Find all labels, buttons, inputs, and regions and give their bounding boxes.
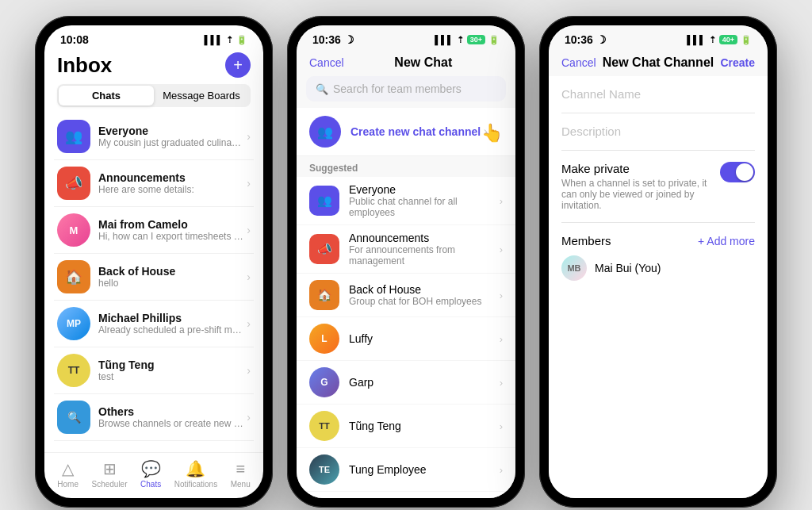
chat-name-announcements: Announcements bbox=[98, 171, 243, 184]
contact-luffy[interactable]: L Luffy › bbox=[297, 317, 515, 361]
battery-badge-3: 40+ bbox=[719, 35, 737, 44]
add-chat-button[interactable]: + bbox=[225, 52, 251, 78]
chat-item-mai-camelo[interactable]: M Mai from Camelo Hi, how can I export t… bbox=[54, 207, 254, 254]
nav-home[interactable]: △ Home bbox=[57, 459, 79, 489]
chat-name-others: Others bbox=[98, 405, 243, 418]
bottom-nav-1: △ Home ⊞ Scheduler 💬 Chats 🔔 Notificatio… bbox=[44, 452, 263, 498]
chat-name-tung-teng: Tũng Teng bbox=[98, 359, 243, 371]
chat-avatar-announcements: 📣 bbox=[57, 167, 90, 200]
chevron-icon-announcements: › bbox=[247, 177, 251, 190]
chat-avatar-mai-camelo: M bbox=[57, 213, 90, 247]
new-chat-title: New Chat bbox=[394, 56, 452, 70]
members-header: Members + Add more bbox=[561, 234, 755, 247]
chat-item-back-of-house[interactable]: 🏠 Back of House hello › bbox=[54, 254, 254, 301]
channel-name-input[interactable] bbox=[561, 87, 755, 101]
contact-info-announcements: Announcements For announcements from man… bbox=[349, 232, 500, 267]
create-button[interactable]: Create bbox=[720, 56, 755, 69]
create-channel-row[interactable]: 👥 Create new chat channel › 👆 bbox=[297, 108, 515, 156]
contact-tung-teng[interactable]: TT Tũng Teng › bbox=[297, 405, 515, 448]
chat-info-michael: Michael Phillips Already scheduled a pre… bbox=[98, 312, 243, 336]
contact-info-tung-teng: Tũng Teng bbox=[349, 420, 500, 432]
chat-preview-everyone: My cousin just graduated culinary schoo.… bbox=[98, 137, 243, 148]
chevron-icon-tung-teng: › bbox=[247, 364, 251, 377]
chat-preview-tung-teng: test bbox=[98, 371, 243, 382]
search-bar[interactable]: 🔍 Search for team members bbox=[306, 76, 506, 102]
nav-home-label: Home bbox=[57, 480, 79, 489]
contact-info-tung-emp: Tung Employee bbox=[349, 463, 500, 476]
chats-icon: 💬 bbox=[141, 459, 161, 478]
channel-name-field[interactable] bbox=[561, 76, 755, 113]
contact-info-boh: Back of House Group chat for BOH employe… bbox=[349, 283, 500, 307]
chat-avatar-others: 🔍 bbox=[57, 401, 90, 434]
chat-avatar-everyone: 👥 bbox=[57, 120, 90, 153]
wifi-icon-2: ⇡ bbox=[457, 35, 464, 45]
status-time-1: 10:08 bbox=[60, 33, 89, 46]
contact-tung-employee[interactable]: TE Tung Employee › bbox=[297, 448, 515, 492]
members-section: Members + Add more MB Mai Bui (You) bbox=[561, 223, 755, 292]
tab-message-boards[interactable]: Message Boards bbox=[154, 86, 249, 105]
new-chat-screen: 10:36 ☽ ▌▌▌ ⇡ 30+ 🔋 Cancel New Chat 🔍 Se… bbox=[297, 25, 515, 498]
chevron-tung-emp: › bbox=[500, 464, 503, 476]
nav-chats[interactable]: 💬 Chats bbox=[140, 459, 161, 489]
cancel-button-3[interactable]: Cancel bbox=[561, 56, 596, 69]
chat-avatar-back-of-house: 🏠 bbox=[57, 260, 90, 293]
search-placeholder: Search for team members bbox=[333, 82, 462, 95]
status-bar-3: 10:36 ☽ ▌▌▌ ⇡ 40+ 🔋 bbox=[549, 25, 768, 49]
chat-item-tung-teng[interactable]: TT Tũng Teng test › bbox=[54, 347, 254, 394]
inbox-tabs: Chats Message Boards bbox=[57, 84, 251, 107]
inbox-title: Inbox bbox=[57, 53, 112, 78]
signal-icon-3: ▌▌▌ bbox=[687, 35, 705, 44]
add-more-button[interactable]: + Add more bbox=[698, 235, 755, 247]
chevron-announcements: › bbox=[500, 243, 503, 255]
battery-icon-3: 🔋 bbox=[741, 35, 752, 45]
battery-badge-2: 30+ bbox=[467, 35, 485, 44]
channel-form: Make private When a channel is set to pr… bbox=[549, 76, 768, 498]
nav-scheduler-label: Scheduler bbox=[91, 480, 127, 489]
chat-info-everyone: Everyone My cousin just graduated culina… bbox=[98, 125, 243, 148]
contact-mai-bui[interactable]: MB Mai Bui › bbox=[297, 492, 515, 498]
battery-icon-1: 🔋 bbox=[236, 35, 247, 45]
status-icons-2: ▌▌▌ ⇡ 30+ 🔋 bbox=[435, 35, 500, 45]
chat-item-others[interactable]: 🔍 Others Browse channels or create new o… bbox=[54, 394, 254, 441]
new-channel-screen: 10:36 ☽ ▌▌▌ ⇡ 40+ 🔋 Cancel New Chat Chan… bbox=[549, 25, 768, 498]
create-channel-icon: 👥 bbox=[317, 125, 333, 140]
nav-menu[interactable]: ≡ Menu bbox=[231, 460, 251, 489]
status-bar-2: 10:36 ☽ ▌▌▌ ⇡ 30+ 🔋 bbox=[297, 25, 515, 49]
tab-chats[interactable]: Chats bbox=[59, 86, 154, 105]
contact-name-boh: Back of House bbox=[349, 283, 500, 296]
chevron-icon-michael: › bbox=[247, 317, 251, 330]
signal-icon-1: ▌▌▌ bbox=[205, 35, 223, 44]
contact-avatar-tung-emp: TE bbox=[309, 454, 339, 485]
description-input[interactable] bbox=[561, 125, 755, 138]
contact-announcements[interactable]: 📣 Announcements For announcements from m… bbox=[297, 225, 515, 274]
menu-icon: ≡ bbox=[236, 460, 245, 478]
chat-item-everyone[interactable]: 👥 Everyone My cousin just graduated culi… bbox=[54, 113, 254, 160]
description-field[interactable] bbox=[561, 113, 755, 151]
chat-info-others: Others Browse channels or create new one bbox=[98, 405, 243, 429]
chat-info-announcements: Announcements Here are some details: bbox=[98, 171, 243, 195]
toggle-thumb bbox=[736, 163, 753, 181]
nav-notifications[interactable]: 🔔 Notifications bbox=[174, 459, 217, 489]
chat-name-back-of-house: Back of House bbox=[98, 265, 243, 278]
contact-back-of-house[interactable]: 🏠 Back of House Group chat for BOH emplo… bbox=[297, 274, 515, 317]
contact-name-luffy: Luffy bbox=[349, 332, 500, 345]
contact-avatar-tung-teng: TT bbox=[309, 411, 339, 441]
contact-sub-boh: Group chat for BOH employees bbox=[349, 296, 500, 307]
home-icon: △ bbox=[62, 459, 74, 478]
contact-list: 👥 Everyone Public chat channel for all e… bbox=[297, 177, 515, 498]
chevron-garp: › bbox=[500, 377, 503, 389]
cancel-button-2[interactable]: Cancel bbox=[309, 56, 344, 69]
nav-scheduler[interactable]: ⊞ Scheduler bbox=[91, 459, 127, 489]
chat-item-announcements[interactable]: 📣 Announcements Here are some details: › bbox=[54, 160, 254, 207]
contact-everyone[interactable]: 👥 Everyone Public chat channel for all e… bbox=[297, 177, 515, 225]
chat-name-mai-camelo: Mai from Camelo bbox=[98, 218, 243, 231]
status-time-2: 10:36 ☽ bbox=[312, 33, 354, 46]
chat-item-michael[interactable]: MP Michael Phillips Already scheduled a … bbox=[54, 301, 254, 347]
contact-name-garp: Garp bbox=[349, 376, 500, 389]
contact-garp[interactable]: G Garp › bbox=[297, 361, 515, 405]
chevron-icon-mai-camelo: › bbox=[247, 224, 251, 236]
status-time-3: 10:36 ☽ bbox=[565, 33, 607, 46]
phone-new-channel: 10:36 ☽ ▌▌▌ ⇡ 40+ 🔋 Cancel New Chat Chan… bbox=[539, 16, 777, 508]
make-private-toggle[interactable] bbox=[720, 162, 755, 182]
battery-icon-2: 🔋 bbox=[488, 35, 500, 45]
